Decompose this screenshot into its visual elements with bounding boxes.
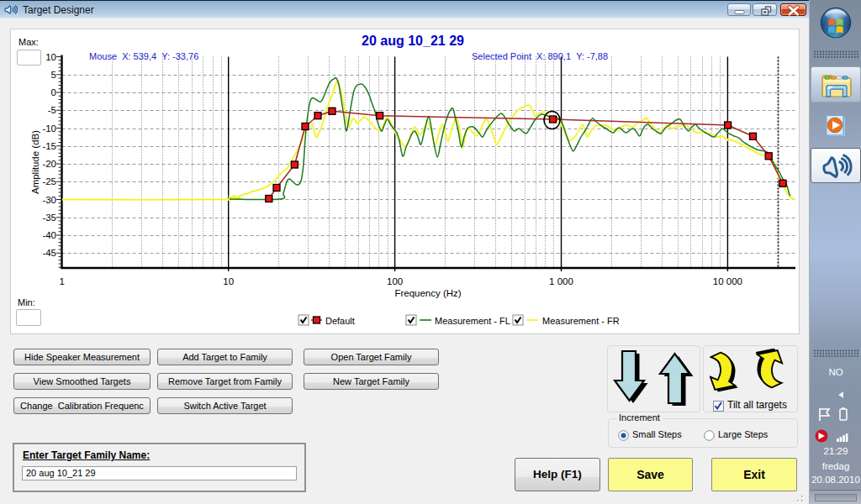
svg-text:10: 10 [45, 52, 56, 62]
svg-text:-25: -25 [42, 176, 56, 186]
svg-text:20.08.2010: 20.08.2010 [811, 475, 860, 485]
svg-text:20 aug 10_21 29: 20 aug 10_21 29 [362, 34, 464, 48]
svg-text:10 000: 10 000 [713, 276, 742, 286]
svg-text:-10: -10 [42, 123, 56, 134]
svg-text:-15: -15 [42, 141, 56, 151]
svg-text:21:29: 21:29 [824, 446, 848, 456]
svg-text:-5: -5 [48, 105, 56, 115]
svg-text:Measurement - FL: Measurement - FL [435, 316, 510, 326]
svg-text:Amplitude (dB): Amplitude (dB) [30, 130, 40, 194]
svg-text:-35: -35 [42, 213, 56, 223]
svg-text:Selected Point X: 890,1 Y: -: Selected Point X: 890,1 Y: -7,88 [472, 51, 608, 61]
svg-text:Mouse X: 539,4 Y: -33,76: Mouse X: 539,4 Y: -33,76 [89, 51, 198, 61]
svg-text:1: 1 [60, 276, 65, 286]
svg-text:10: 10 [223, 276, 234, 286]
svg-text:-40: -40 [42, 230, 56, 240]
svg-text:Default: Default [325, 316, 355, 326]
svg-text:fredag: fredag [822, 461, 850, 471]
svg-text:100: 100 [387, 276, 403, 286]
svg-text:-20: -20 [42, 159, 56, 169]
svg-text:5: 5 [51, 70, 56, 80]
svg-text:NO: NO [828, 367, 843, 377]
svg-text:1 000: 1 000 [549, 276, 573, 286]
svg-text:0: 0 [51, 87, 56, 97]
svg-text:-45: -45 [42, 248, 56, 258]
svg-text:Frequency (Hz): Frequency (Hz) [394, 288, 461, 298]
svg-text:Measurement - FR: Measurement - FR [542, 316, 620, 326]
svg-text:-30: -30 [42, 195, 56, 205]
